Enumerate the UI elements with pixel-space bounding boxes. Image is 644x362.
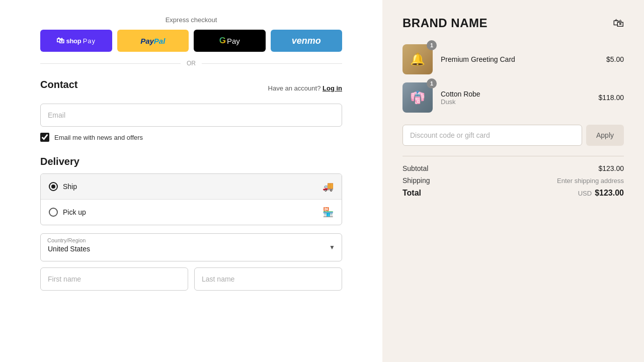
venmo-button[interactable]: venmo bbox=[271, 30, 343, 52]
item-info: Cotton Robe Dusk bbox=[441, 90, 590, 106]
checkout-left-panel: Express checkout 🛍 shop Pay PayPal G Pay… bbox=[0, 0, 382, 362]
shoppay-label: shop Pay bbox=[66, 37, 96, 45]
brand-header: BRAND NAME 🛍 bbox=[403, 16, 624, 30]
newsletter-label: Email me with news and offers bbox=[54, 134, 143, 141]
country-select[interactable]: United States Canada United Kingdom bbox=[40, 233, 342, 261]
discount-code-input[interactable] bbox=[403, 125, 582, 146]
delivery-options-group: Ship 🚚 Pick up 🏪 bbox=[40, 173, 342, 225]
item-quantity-badge: 1 bbox=[427, 40, 437, 50]
newsletter-checkbox-row: Email me with news and offers bbox=[40, 133, 342, 142]
express-buttons-group: 🛍 shop Pay PayPal G Pay venmo bbox=[40, 30, 342, 52]
first-name-input[interactable] bbox=[40, 267, 188, 291]
subtotal-label: Subtotal bbox=[403, 164, 428, 172]
have-account-text: Have an account? Log in bbox=[268, 84, 342, 92]
divider bbox=[403, 156, 624, 156]
shoppay-button[interactable]: 🛍 shop Pay bbox=[40, 30, 112, 52]
shipping-value: Enter shipping address bbox=[557, 177, 624, 185]
grand-total-row: Total USD $123.00 bbox=[403, 189, 624, 198]
store-icon: 🏪 bbox=[323, 207, 334, 218]
subtotal-row: Subtotal $123.00 bbox=[403, 164, 624, 172]
discount-row: Apply bbox=[403, 125, 624, 146]
venmo-label: venmo bbox=[292, 36, 321, 46]
email-input[interactable] bbox=[40, 104, 342, 127]
shipping-row: Shipping Enter shipping address bbox=[403, 176, 624, 185]
googlepay-button[interactable]: G Pay bbox=[194, 30, 266, 52]
subtotal-value: $123.00 bbox=[598, 164, 624, 172]
item-name: Premium Greeting Card bbox=[441, 55, 598, 63]
name-row bbox=[40, 267, 342, 291]
grand-total-label: Total bbox=[403, 189, 421, 198]
last-name-input[interactable] bbox=[194, 267, 342, 291]
or-divider: OR bbox=[40, 60, 342, 67]
googlepay-label: G Pay bbox=[219, 36, 240, 46]
shoppay-bag-icon: 🛍 bbox=[56, 36, 64, 45]
grand-total-value-group: USD $123.00 bbox=[578, 189, 624, 198]
item-quantity-badge: 1 bbox=[427, 78, 437, 88]
express-checkout-label: Express checkout bbox=[40, 16, 342, 24]
delivery-option-pickup[interactable]: Pick up 🏪 bbox=[41, 200, 342, 225]
item-info: Premium Greeting Card bbox=[441, 55, 598, 63]
ship-label: Ship bbox=[63, 183, 77, 191]
delivery-title: Delivery bbox=[40, 156, 342, 167]
order-summary-panel: BRAND NAME 🛍 🔔 1 Premium Greeting Card $… bbox=[382, 0, 644, 362]
grand-total-amount: $123.00 bbox=[595, 189, 624, 198]
cart-item: 🔔 1 Premium Greeting Card $5.00 bbox=[403, 44, 624, 74]
or-label: OR bbox=[187, 60, 196, 67]
item-price: $5.00 bbox=[606, 55, 624, 63]
pickup-radio bbox=[49, 208, 58, 217]
cart-items-list: 🔔 1 Premium Greeting Card $5.00 👘 1 Cott… bbox=[403, 44, 624, 113]
shopping-bag-icon[interactable]: 🛍 bbox=[613, 17, 624, 30]
totals-section: Subtotal $123.00 Shipping Enter shipping… bbox=[403, 164, 624, 198]
brand-name: BRAND NAME bbox=[403, 16, 488, 30]
paypal-button[interactable]: PayPal bbox=[117, 30, 189, 52]
newsletter-checkbox[interactable] bbox=[40, 133, 49, 142]
shipping-label: Shipping bbox=[403, 176, 430, 185]
item-price: $118.00 bbox=[598, 94, 624, 102]
pickup-label: Pick up bbox=[63, 208, 86, 216]
currency-label: USD bbox=[578, 190, 592, 197]
cart-item: 👘 1 Cotton Robe Dusk $118.00 bbox=[403, 82, 624, 113]
contact-header: Contact Have an account? Log in bbox=[40, 79, 342, 98]
contact-title: Contact bbox=[40, 79, 77, 90]
item-image-wrapper: 🔔 1 bbox=[403, 44, 433, 74]
ship-icon: 🚚 bbox=[323, 181, 334, 192]
login-link[interactable]: Log in bbox=[323, 84, 342, 92]
country-select-wrapper: Country/Region United States Canada Unit… bbox=[40, 233, 342, 261]
item-name: Cotton Robe bbox=[441, 90, 590, 98]
delivery-option-ship[interactable]: Ship 🚚 bbox=[41, 174, 342, 200]
item-variant: Dusk bbox=[441, 98, 590, 106]
paypal-label: PayPal bbox=[140, 37, 165, 45]
apply-discount-button[interactable]: Apply bbox=[586, 125, 624, 146]
ship-radio bbox=[49, 182, 58, 191]
item-image-wrapper: 👘 1 bbox=[403, 82, 433, 113]
